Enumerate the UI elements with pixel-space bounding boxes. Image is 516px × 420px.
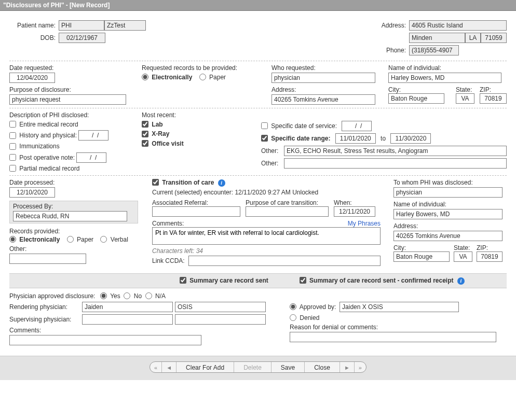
rendering-last-field[interactable] — [175, 302, 266, 312]
approval-comments-field[interactable] — [9, 335, 201, 345]
cb-entire[interactable]: Entire medical record — [9, 121, 78, 128]
phys-approved-label: Physician approved disclosure: — [9, 292, 100, 300]
radio-approved-no[interactable]: No — [124, 292, 142, 300]
postop-date-field[interactable] — [76, 152, 106, 163]
name-individual-label: Name of individual: — [388, 64, 507, 72]
info-icon[interactable]: i — [218, 179, 225, 187]
radio-denied[interactable]: Denied — [290, 314, 319, 321]
radio-rp-electronic[interactable]: Electronically — [9, 236, 60, 243]
other2-field[interactable] — [284, 158, 507, 169]
disc-name-field[interactable] — [393, 209, 503, 219]
name-individual-field[interactable] — [388, 73, 501, 83]
range-from-field[interactable] — [335, 133, 376, 144]
req-city-field[interactable] — [388, 93, 444, 104]
who-requested-field[interactable] — [271, 73, 375, 83]
close-button[interactable]: Close — [305, 362, 340, 373]
rendering-label: Rendering physician: — [9, 303, 82, 311]
when-label: When: — [334, 199, 375, 206]
first-record-button[interactable]: « — [150, 362, 162, 373]
cb-partial[interactable]: Partial medical record — [9, 165, 79, 172]
record-nav-group: « ◄ Clear For Add Delete Save Close ► » — [150, 361, 366, 373]
specific-date-field[interactable] — [342, 121, 372, 131]
radio-electronic[interactable]: Electronically — [142, 74, 192, 81]
radio-approved-na[interactable]: N/A — [145, 292, 166, 300]
care-purpose-field[interactable] — [246, 206, 329, 217]
supervising-label: Supervising physician: — [9, 316, 82, 323]
radio-approved-by[interactable]: Approved by: — [290, 303, 336, 311]
range-to-label: to — [381, 135, 386, 142]
link-ccda-label: Link CCDA: — [152, 257, 188, 264]
description-heading: Description of PHI disclosed: — [9, 111, 142, 119]
disc-city-field[interactable] — [393, 251, 450, 262]
cb-history[interactable]: History and physical: — [9, 132, 77, 139]
approved-by-field[interactable] — [340, 302, 459, 312]
cb-transition[interactable]: Transition of care — [152, 179, 214, 186]
reason-field[interactable] — [290, 332, 496, 342]
disc-address-field[interactable] — [393, 231, 503, 241]
radio-rp-verbal[interactable]: Verbal — [100, 236, 128, 243]
when-field[interactable] — [334, 206, 375, 217]
cb-summary-sent[interactable]: Summary care record sent — [180, 277, 268, 285]
patient-last-field[interactable] — [104, 20, 146, 31]
disc-state-field[interactable] — [454, 251, 472, 262]
requested-records-label: Requested records to be provided: — [142, 64, 271, 72]
cb-immunizations[interactable]: Immunizations — [9, 143, 60, 150]
delete-button[interactable]: Delete — [234, 362, 271, 373]
cb-summary-confirmed[interactable]: Summary of care record sent - confirmed … — [300, 277, 465, 285]
who-requested-label: Who requested: — [271, 64, 388, 72]
most-recent-label: Most recent: — [142, 111, 261, 119]
rp-other-field[interactable] — [9, 254, 86, 264]
radio-approved-yes[interactable]: Yes — [100, 292, 120, 300]
info-icon[interactable]: i — [457, 277, 465, 285]
prev-record-button[interactable]: ◄ — [162, 362, 176, 373]
patient-city-field[interactable] — [409, 33, 465, 43]
cb-specific-range[interactable]: Specific date range: — [261, 135, 330, 142]
last-record-button[interactable]: » — [355, 362, 366, 373]
clear-for-add-button[interactable]: Clear For Add — [176, 362, 234, 373]
records-provided-label: Records provided: — [9, 228, 152, 235]
rendering-first-field[interactable] — [82, 302, 173, 312]
radio-rp-paper[interactable]: Paper — [67, 236, 93, 243]
disc-name-label: Name of individual: — [393, 201, 507, 208]
rp-other-label: Other: — [9, 245, 152, 253]
assoc-ref-label: Associated Referral: — [152, 199, 240, 206]
req-address-field[interactable] — [271, 94, 375, 105]
next-record-button[interactable]: ► — [340, 362, 355, 373]
cb-lab[interactable]: Lab — [142, 121, 163, 128]
cb-postop[interactable]: Post operative note: — [9, 154, 75, 161]
history-date-field[interactable] — [78, 130, 108, 141]
disc-address-label: Address: — [393, 222, 507, 230]
range-to-field[interactable] — [390, 133, 431, 144]
date-processed-field[interactable] — [9, 187, 55, 198]
patient-first-field[interactable] — [59, 20, 104, 31]
cb-office-visit[interactable]: Office visit — [142, 140, 184, 147]
encounter-value: 12/11/2020 9:27 AM Unlocked — [235, 189, 318, 196]
req-city-label: City: — [388, 86, 451, 93]
comments-field[interactable] — [152, 227, 381, 245]
disclosed-to-field[interactable] — [393, 187, 503, 198]
disc-zip-field[interactable] — [477, 251, 503, 262]
my-phrases-link[interactable]: My Phrases — [348, 220, 381, 227]
patient-state-field[interactable] — [465, 33, 481, 43]
supervising-last-field[interactable] — [175, 314, 266, 325]
dob-field[interactable] — [59, 33, 105, 43]
other1-field[interactable] — [284, 146, 507, 156]
cb-xray[interactable]: X-Ray — [142, 130, 169, 137]
patient-street-field[interactable] — [409, 20, 507, 31]
patient-phone-field[interactable] — [409, 45, 459, 55]
cb-specific-date[interactable]: Specific date of service: — [261, 122, 337, 130]
radio-paper[interactable]: Paper — [199, 74, 226, 81]
supervising-first-field[interactable] — [82, 314, 173, 325]
req-zip-field[interactable] — [480, 93, 507, 104]
patient-zip-field[interactable] — [481, 33, 507, 43]
req-state-label: State: — [456, 86, 474, 93]
link-ccda-field[interactable] — [188, 256, 381, 266]
date-requested-field[interactable] — [9, 73, 55, 83]
purpose-disclosure-field[interactable] — [9, 94, 126, 105]
save-button[interactable]: Save — [271, 362, 305, 373]
phone-label: Phone: — [378, 47, 409, 54]
assoc-ref-field[interactable] — [152, 206, 240, 217]
processed-by-field[interactable] — [13, 211, 127, 221]
req-address-label: Address: — [271, 86, 388, 93]
req-state-field[interactable] — [456, 93, 474, 104]
